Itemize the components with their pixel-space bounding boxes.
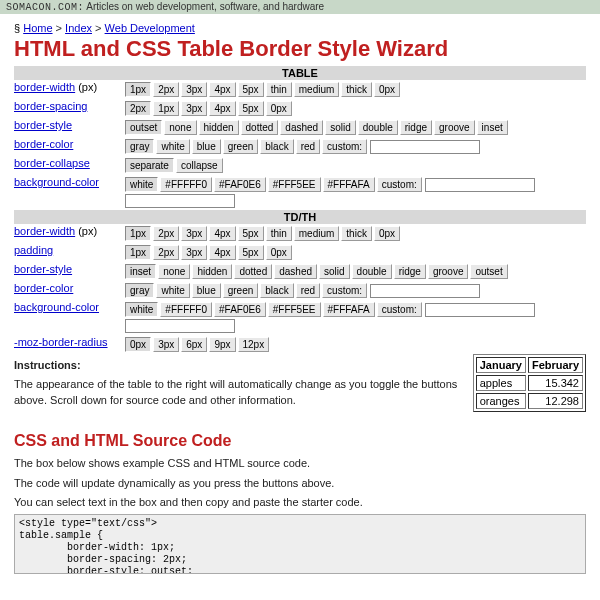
option-button[interactable]: #FFFFF0 — [160, 177, 212, 192]
option-button[interactable]: black — [260, 283, 293, 298]
option-button[interactable]: gray — [125, 139, 154, 154]
breadcrumb-home[interactable]: Home — [23, 22, 52, 34]
option-button[interactable]: white — [156, 283, 189, 298]
option-button[interactable]: red — [296, 139, 320, 154]
custom-color-input[interactable] — [370, 284, 480, 298]
background-color-input[interactable] — [125, 194, 235, 208]
property-link-border-width[interactable]: border-width — [14, 225, 75, 237]
option-button[interactable]: 5px — [238, 82, 264, 97]
property-link-moz-radius[interactable]: -moz-border-radius — [14, 336, 108, 348]
option-button[interactable]: 6px — [181, 337, 207, 352]
option-button[interactable]: #FFF5EE — [268, 177, 321, 192]
property-link-border-style[interactable]: border-style — [14, 119, 72, 131]
option-button[interactable]: 5px — [238, 226, 264, 241]
option-button[interactable]: #FFFAFA — [323, 177, 375, 192]
option-button[interactable]: ridge — [400, 120, 432, 135]
option-button[interactable]: collapse — [176, 158, 223, 173]
breadcrumb-index[interactable]: Index — [65, 22, 92, 34]
property-link-padding[interactable]: padding — [14, 244, 53, 256]
option-button[interactable]: none — [158, 264, 190, 279]
option-button[interactable]: 5px — [238, 101, 264, 116]
option-button[interactable]: dotted — [234, 264, 272, 279]
option-button[interactable]: double — [358, 120, 398, 135]
option-button[interactable]: 1px — [153, 101, 179, 116]
option-button[interactable]: 2px — [153, 226, 179, 241]
option-button[interactable]: thin — [266, 226, 292, 241]
option-button[interactable]: green — [223, 139, 259, 154]
option-button[interactable]: 5px — [238, 245, 264, 260]
option-button[interactable]: 4px — [209, 245, 235, 260]
option-button[interactable]: 0px — [266, 101, 292, 116]
option-button[interactable]: custom: — [322, 283, 367, 298]
source-code-box[interactable] — [14, 514, 586, 574]
option-button[interactable]: 0px — [374, 226, 400, 241]
option-button[interactable]: inset — [477, 120, 508, 135]
option-button[interactable]: outset — [470, 264, 507, 279]
option-button[interactable]: 1px — [125, 226, 151, 241]
property-link-border-spacing[interactable]: border-spacing — [14, 100, 87, 112]
option-button[interactable]: hidden — [192, 264, 232, 279]
custom-color-input[interactable] — [425, 178, 535, 192]
option-button[interactable]: none — [164, 120, 196, 135]
option-button[interactable]: white — [125, 177, 158, 192]
option-button[interactable]: 0px — [266, 245, 292, 260]
property-link-border-collapse[interactable]: border-collapse — [14, 157, 90, 169]
option-button[interactable]: 1px — [125, 82, 151, 97]
option-button[interactable]: hidden — [199, 120, 239, 135]
option-button[interactable]: black — [260, 139, 293, 154]
option-button[interactable]: 3px — [181, 245, 207, 260]
option-button[interactable]: 0px — [125, 337, 151, 352]
property-link-background-color[interactable]: background-color — [14, 176, 99, 188]
custom-color-input[interactable] — [370, 140, 480, 154]
custom-color-input[interactable] — [425, 303, 535, 317]
option-button[interactable]: #FAF0E6 — [214, 302, 266, 317]
option-button[interactable]: medium — [294, 226, 340, 241]
option-button[interactable]: dashed — [280, 120, 323, 135]
property-link-border-color[interactable]: border-color — [14, 282, 73, 294]
option-button[interactable]: 3px — [181, 82, 207, 97]
option-button[interactable]: dotted — [241, 120, 279, 135]
option-button[interactable]: #FAF0E6 — [214, 177, 266, 192]
option-button[interactable]: gray — [125, 283, 154, 298]
option-button[interactable]: #FFF5EE — [268, 302, 321, 317]
option-button[interactable]: 4px — [209, 82, 235, 97]
option-button[interactable]: blue — [192, 139, 221, 154]
option-button[interactable]: solid — [325, 120, 356, 135]
option-button[interactable]: medium — [294, 82, 340, 97]
option-button[interactable]: groove — [434, 120, 475, 135]
breadcrumb-webdev[interactable]: Web Development — [105, 22, 195, 34]
option-button[interactable]: 1px — [125, 245, 151, 260]
option-button[interactable]: 4px — [209, 101, 235, 116]
option-button[interactable]: 3px — [181, 226, 207, 241]
option-button[interactable]: white — [156, 139, 189, 154]
option-button[interactable]: outset — [125, 120, 162, 135]
property-link-background-color[interactable]: background-color — [14, 301, 99, 313]
option-button[interactable]: separate — [125, 158, 174, 173]
option-button[interactable]: thick — [341, 82, 372, 97]
option-button[interactable]: groove — [428, 264, 469, 279]
option-button[interactable]: 9px — [209, 337, 235, 352]
option-button[interactable]: 2px — [125, 101, 151, 116]
option-button[interactable]: white — [125, 302, 158, 317]
option-button[interactable]: solid — [319, 264, 350, 279]
option-button[interactable]: custom: — [377, 302, 422, 317]
option-button[interactable]: custom: — [322, 139, 367, 154]
property-link-border-style[interactable]: border-style — [14, 263, 72, 275]
option-button[interactable]: thick — [341, 226, 372, 241]
option-button[interactable]: ridge — [394, 264, 426, 279]
option-button[interactable]: 2px — [153, 82, 179, 97]
option-button[interactable]: 4px — [209, 226, 235, 241]
option-button[interactable]: 12px — [238, 337, 270, 352]
option-button[interactable]: double — [352, 264, 392, 279]
background-color-input[interactable] — [125, 319, 235, 333]
option-button[interactable]: 3px — [181, 101, 207, 116]
property-link-border-color[interactable]: border-color — [14, 138, 73, 150]
option-button[interactable]: dashed — [274, 264, 317, 279]
option-button[interactable]: thin — [266, 82, 292, 97]
option-button[interactable]: 3px — [153, 337, 179, 352]
property-link-border-width[interactable]: border-width — [14, 81, 75, 93]
option-button[interactable]: green — [223, 283, 259, 298]
option-button[interactable]: custom: — [377, 177, 422, 192]
option-button[interactable]: #FFFFF0 — [160, 302, 212, 317]
option-button[interactable]: inset — [125, 264, 156, 279]
